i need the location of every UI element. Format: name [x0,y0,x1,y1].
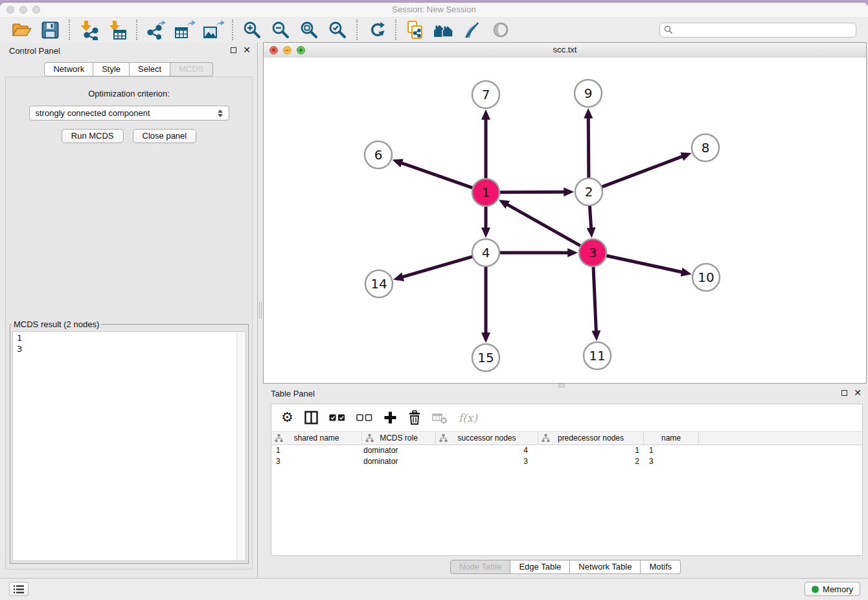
column-header-successor-nodes[interactable]: successor nodes [436,432,538,444]
zoom-fit-icon [300,21,318,39]
graph-edge-3-11[interactable] [593,266,596,331]
hierarchy-icon [365,434,374,443]
table-cell[interactable]: 2 [538,456,644,467]
column-header-name[interactable]: name [644,432,699,444]
float-panel-icon[interactable] [231,47,236,53]
table-cell[interactable]: 4 [436,445,538,456]
graph-node-15[interactable]: 15 [472,344,499,371]
add-column-button[interactable] [383,408,397,428]
table-row[interactable]: 1dominator411 [271,445,862,456]
zoom-out-button[interactable] [268,19,293,41]
table-cell[interactable]: dominator [362,456,436,467]
tab-network[interactable]: Network [44,62,93,76]
apply-layout-button[interactable] [364,19,389,41]
graph-edge-4-14[interactable] [402,257,472,277]
zoom-in-button[interactable] [240,19,264,41]
show-style-button[interactable] [460,19,485,41]
graph-node-3[interactable]: 3 [579,239,606,266]
tab-edge-table[interactable]: Edge Table [510,560,570,574]
first-neighbors-button[interactable] [431,19,456,41]
run-mcds-button[interactable]: Run MCDS [62,129,124,143]
close-panel-button[interactable]: Close panel [133,129,197,143]
graph-edge-3-10[interactable] [606,255,682,271]
tab-style[interactable]: Style [93,62,130,76]
graph-node-1[interactable]: 1 [472,179,499,206]
graph-node-8[interactable]: 8 [692,134,719,161]
result-scrollbar[interactable] [236,332,246,560]
table-toolbar: ⚙ [271,404,862,432]
table-cell[interactable]: 1 [644,445,699,456]
close-window-button[interactable] [6,6,14,14]
table-cell[interactable]: 1 [271,445,362,456]
graph-node-7[interactable]: 7 [472,81,499,108]
zoom-fit-button[interactable] [297,19,321,41]
network-minimize-button[interactable]: − [283,46,291,54]
network-canvas[interactable]: 7968124314101511 [264,58,866,383]
column-header-shared-name[interactable]: shared name [271,432,362,444]
select-all-columns-button[interactable] [329,408,345,428]
graph-node-11[interactable]: 11 [584,342,611,369]
tab-motifs[interactable]: Motifs [641,560,681,574]
optimization-select[interactable]: strongly connected component [29,106,229,121]
close-panel-icon[interactable]: ✕ [243,47,251,54]
tab-select[interactable]: Select [130,62,170,76]
network-close-button[interactable]: × [269,46,278,54]
network-graph[interactable]: 7968124314101511 [264,58,866,383]
table-cell[interactable]: 3 [271,456,362,467]
open-session-button[interactable] [9,19,34,41]
function-builder-button[interactable]: f(x) [459,408,477,428]
network-window-titlebar: × − + scc.txt [264,43,866,58]
tab-node-table[interactable]: Node Table [450,560,511,574]
deselect-all-columns-button[interactable] [356,408,372,428]
zoom-out-icon [271,21,290,39]
table-cell[interactable]: 3 [436,456,538,467]
graph-node-14[interactable]: 14 [365,270,393,297]
delete-table-button[interactable] [432,408,448,428]
table-settings-button[interactable]: ⚙ [281,408,293,428]
graph-edge-3-1[interactable] [507,205,581,246]
graph-edge-1-2[interactable] [499,192,564,192]
gear-icon: ⚙ [281,411,293,424]
mcds-result-box[interactable]: 1 3 [12,331,246,561]
graph-node-6[interactable]: 6 [365,141,392,168]
vertical-splitter[interactable] [258,302,262,319]
graph-edge-1-6[interactable] [402,163,473,189]
export-image-button[interactable] [201,19,225,41]
table-cell[interactable]: dominator [362,445,436,456]
hierarchy-icon [275,434,283,443]
save-session-button[interactable] [38,19,62,41]
memory-button[interactable]: Memory [805,582,860,596]
minimize-window-button[interactable] [19,6,27,14]
float-table-panel-icon[interactable] [841,390,847,396]
tab-network-table[interactable]: Network Table [570,560,641,574]
toolbar-separator [232,19,233,40]
table-cell[interactable]: 3 [644,456,699,467]
export-table-button[interactable] [172,19,197,41]
hierarchy-icon [542,434,550,443]
import-table-button[interactable] [105,19,130,41]
delete-column-button[interactable] [408,408,421,428]
column-header-MCDS-role[interactable]: MCDS role [362,432,436,444]
graph-node-4[interactable]: 4 [472,239,499,266]
show-columns-button[interactable] [304,408,318,428]
graph-node-10[interactable]: 10 [692,264,720,291]
zoom-selected-button[interactable] [325,19,350,41]
hide-graphics-button[interactable] [488,19,513,41]
graph-node-2[interactable]: 2 [575,178,602,205]
graph-edge-2-9[interactable] [588,118,589,178]
import-network-button[interactable] [76,19,101,41]
graph-edge-2-3[interactable] [589,205,591,228]
tab-mcds[interactable]: MCDS [170,62,212,76]
graph-node-9[interactable]: 9 [575,80,602,107]
table-cell[interactable]: 1 [538,445,644,456]
search-input[interactable] [659,23,856,38]
close-table-panel-icon[interactable]: ✕ [854,389,862,397]
network-zoom-button[interactable]: + [297,46,305,54]
export-network-button[interactable] [144,19,168,41]
task-history-button[interactable] [9,582,29,596]
graph-edge-2-8[interactable] [602,156,683,187]
table-row[interactable]: 3dominator323 [271,456,862,467]
zoom-window-button[interactable] [32,6,40,14]
new-network-from-selection-button[interactable] [403,19,428,41]
column-header-predecessor-nodes[interactable]: predecessor nodes [538,432,644,444]
